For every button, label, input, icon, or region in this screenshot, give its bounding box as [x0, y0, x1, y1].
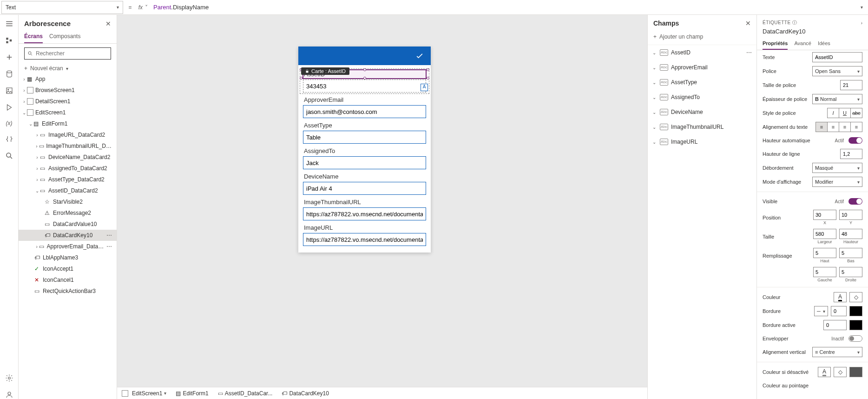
- datacard[interactable]: ApproverEmail: [303, 95, 426, 118]
- fill-color-button[interactable]: ◇: [849, 292, 862, 302]
- tree-search[interactable]: [24, 47, 111, 60]
- tree-item-card[interactable]: ›▭ApproverEmail_DataCard2⋯: [19, 241, 117, 252]
- close-icon[interactable]: ✕: [105, 20, 111, 27]
- overflow-select[interactable]: Masqué▾: [812, 163, 862, 173]
- more-icon[interactable]: ⋯: [105, 232, 114, 239]
- breadcrumb-item[interactable]: EditScreen1▾: [122, 390, 166, 397]
- tree-item-card[interactable]: ›▭AssetType_DataCard2: [19, 174, 117, 185]
- chevron-right-icon[interactable]: ›: [861, 20, 862, 26]
- wrap-toggle[interactable]: [848, 335, 862, 342]
- search-icon[interactable]: [5, 152, 13, 160]
- strike-button[interactable]: abc: [850, 108, 862, 118]
- virtual-agent-icon[interactable]: [5, 391, 13, 399]
- datacard[interactable]: ImageThumbnailURL: [303, 198, 426, 220]
- more-icon[interactable]: ⋯: [746, 49, 752, 56]
- breadcrumb-item[interactable]: ▤EditForm1: [176, 390, 208, 397]
- tree-item-control[interactable]: 🏷LblAppName3: [19, 252, 117, 263]
- tree-item-card[interactable]: ›▭DeviceName_DataCard2: [19, 152, 117, 163]
- align-right-button[interactable]: ≡: [839, 122, 851, 132]
- tree-item-app[interactable]: ›▦App: [19, 73, 117, 85]
- tab-screens[interactable]: Écrans: [24, 30, 43, 43]
- text-input[interactable]: [812, 52, 862, 62]
- tree-item-card[interactable]: ›▭ImageURL_DataCard2: [19, 129, 117, 140]
- field-input[interactable]: [303, 182, 426, 195]
- border-style-select[interactable]: ─▾: [814, 306, 828, 316]
- tree-item-control-selected[interactable]: 🏷DataCardKey10⋯: [19, 230, 117, 241]
- tab-ideas[interactable]: Idées: [818, 38, 830, 50]
- tree-item-screen[interactable]: ⌄EditScreen1: [19, 107, 117, 118]
- font-select[interactable]: Open Sans▾: [812, 66, 862, 76]
- italic-button[interactable]: I: [827, 108, 839, 118]
- advanced-tools-icon[interactable]: [5, 135, 13, 143]
- field-row[interactable]: ⌄AbcImageThumbnailURL: [648, 120, 756, 134]
- pad-top-input[interactable]: [813, 248, 836, 258]
- tree-item-screen[interactable]: ›BrowseScreen1: [19, 85, 117, 96]
- formula-input[interactable]: Parent.DisplayName: [150, 4, 855, 11]
- pad-right-input[interactable]: [839, 267, 862, 277]
- field-input[interactable]: [303, 131, 426, 144]
- disabled-fill-color[interactable]: ◇: [834, 367, 847, 377]
- pad-bottom-input[interactable]: [839, 248, 862, 258]
- pad-left-input[interactable]: [813, 267, 836, 277]
- border-width-input[interactable]: [831, 306, 847, 316]
- tree-item-control[interactable]: ✓IconAccept1: [19, 263, 117, 274]
- text-color-button[interactable]: A: [834, 292, 847, 302]
- field-row[interactable]: ⌄AbcAssignedTo: [648, 90, 756, 105]
- disabled-text-color[interactable]: A: [818, 367, 831, 377]
- tree-item-screen[interactable]: ›DetailScreen1: [19, 96, 117, 107]
- tree-item-control[interactable]: ☆StarVisible2: [19, 196, 117, 207]
- height-input[interactable]: [839, 229, 862, 239]
- field-row[interactable]: ⌄AbcApproverEmail: [648, 60, 756, 75]
- media-icon[interactable]: [5, 86, 13, 95]
- field-row[interactable]: ⌄AbcAssetType: [648, 75, 756, 90]
- datacard[interactable]: DeviceName: [303, 172, 426, 195]
- field-row[interactable]: ⌄AbcImageURL: [648, 134, 756, 149]
- formula-expand[interactable]: ▾: [855, 5, 868, 10]
- active-border-input[interactable]: [823, 320, 847, 330]
- insert-icon[interactable]: [5, 53, 13, 61]
- property-selector[interactable]: Text ▾: [1, 1, 123, 14]
- tab-components[interactable]: Composants: [49, 30, 80, 43]
- tab-properties[interactable]: Propriétés: [763, 38, 788, 50]
- pos-x-input[interactable]: [813, 210, 836, 220]
- field-input[interactable]: [303, 156, 426, 169]
- add-field-button[interactable]: + Ajouter un champ: [648, 32, 756, 45]
- data-icon[interactable]: [5, 70, 13, 78]
- field-row[interactable]: ⌄AbcAssetID⋯: [648, 45, 756, 60]
- tree-item-control[interactable]: ▭DataCardValue10: [19, 219, 117, 230]
- more-icon[interactable]: ⋯: [105, 243, 114, 250]
- tree-item-control[interactable]: ▭RectQuickActionBar3: [19, 286, 117, 297]
- datacard[interactable]: AssetType: [303, 121, 426, 144]
- hamburger-icon[interactable]: [5, 20, 13, 28]
- field-input[interactable]: [303, 80, 426, 93]
- datacard[interactable]: AssignedTo: [303, 146, 426, 169]
- tree-item-form[interactable]: ⌄▤EditForm1: [19, 118, 117, 129]
- align-justify-button[interactable]: ≡: [850, 122, 862, 132]
- tab-advanced[interactable]: Avancé: [794, 38, 811, 50]
- info-icon[interactable]: ⓘ: [792, 20, 797, 25]
- underline-button[interactable]: U: [839, 108, 851, 118]
- align-center-button[interactable]: ≡: [827, 122, 839, 132]
- displaymode-select[interactable]: Modifier▾: [812, 177, 862, 187]
- gear-icon[interactable]: [5, 374, 13, 382]
- font-size-input[interactable]: [840, 80, 862, 90]
- field-input[interactable]: [303, 105, 426, 118]
- tree-item-card[interactable]: ›▭AssignedTo_DataCard2: [19, 163, 117, 174]
- variable-icon[interactable]: (x): [6, 120, 13, 126]
- weight-select[interactable]: B Normal▾: [812, 94, 862, 104]
- width-input[interactable]: [813, 229, 836, 239]
- breadcrumb-item[interactable]: 🏷DataCardKey10: [282, 390, 329, 397]
- field-input[interactable]: [303, 233, 426, 246]
- breadcrumb-item[interactable]: ▭AssetID_DataCar...: [218, 390, 273, 397]
- tree-item-control[interactable]: ⚠ErrorMessage2: [19, 207, 117, 219]
- new-screen-button[interactable]: + Nouvel écran ▾: [24, 65, 111, 72]
- lineheight-input[interactable]: [840, 149, 862, 159]
- datacard[interactable]: ImageURL: [303, 223, 426, 246]
- canvas[interactable]: Carte : AssetID AssetID A ApproverEmail …: [117, 15, 647, 399]
- visible-toggle[interactable]: [848, 198, 862, 205]
- field-row[interactable]: ⌄AbcDeviceName: [648, 105, 756, 120]
- align-left-button[interactable]: ≡: [815, 122, 828, 132]
- tree-item-card[interactable]: ›▭ImageThumbnailURL_DataCard2: [19, 140, 117, 152]
- pos-y-input[interactable]: [839, 210, 862, 220]
- checkmark-icon[interactable]: [415, 51, 424, 60]
